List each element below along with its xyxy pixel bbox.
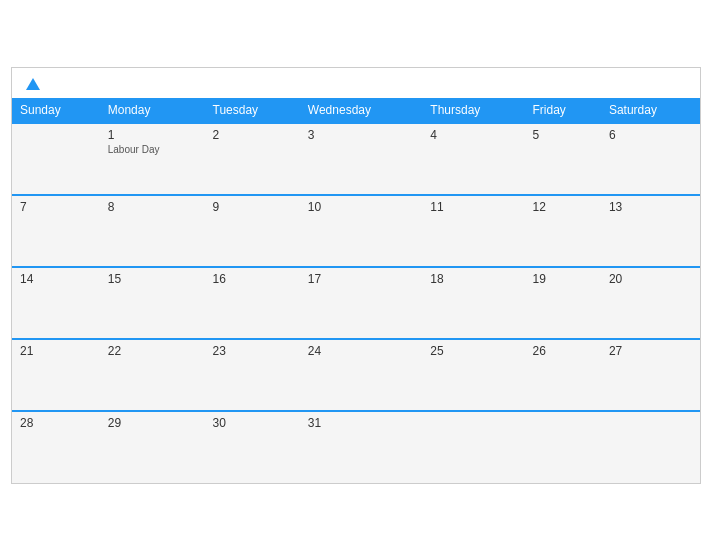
weekday-header-friday: Friday <box>525 98 601 123</box>
day-number: 3 <box>308 128 415 142</box>
day-number: 15 <box>108 272 197 286</box>
calendar-header <box>12 68 700 98</box>
day-cell: 19 <box>525 267 601 339</box>
day-number: 8 <box>108 200 197 214</box>
day-number: 9 <box>213 200 292 214</box>
day-number: 5 <box>533 128 593 142</box>
day-number: 16 <box>213 272 292 286</box>
day-cell: 7 <box>12 195 100 267</box>
day-number: 25 <box>430 344 516 358</box>
week-row-4: 21222324252627 <box>12 339 700 411</box>
day-number: 27 <box>609 344 692 358</box>
day-cell: 9 <box>205 195 300 267</box>
day-cell: 4 <box>422 123 524 195</box>
day-cell: 29 <box>100 411 205 483</box>
day-cell: 3 <box>300 123 423 195</box>
day-number: 30 <box>213 416 292 430</box>
day-cell: 27 <box>601 339 700 411</box>
week-row-1: 1Labour Day23456 <box>12 123 700 195</box>
calendar-table: SundayMondayTuesdayWednesdayThursdayFrid… <box>12 98 700 483</box>
day-cell: 31 <box>300 411 423 483</box>
day-number: 22 <box>108 344 197 358</box>
day-cell <box>601 411 700 483</box>
day-cell: 23 <box>205 339 300 411</box>
day-cell: 8 <box>100 195 205 267</box>
day-number: 10 <box>308 200 415 214</box>
day-cell: 1Labour Day <box>100 123 205 195</box>
day-cell <box>525 411 601 483</box>
day-number: 26 <box>533 344 593 358</box>
day-number: 2 <box>213 128 292 142</box>
day-cell: 30 <box>205 411 300 483</box>
weekday-header-wednesday: Wednesday <box>300 98 423 123</box>
week-row-3: 14151617181920 <box>12 267 700 339</box>
day-cell: 10 <box>300 195 423 267</box>
day-number: 21 <box>20 344 92 358</box>
day-cell: 22 <box>100 339 205 411</box>
day-cell: 5 <box>525 123 601 195</box>
weekday-header-row: SundayMondayTuesdayWednesdayThursdayFrid… <box>12 98 700 123</box>
day-cell: 12 <box>525 195 601 267</box>
day-number: 28 <box>20 416 92 430</box>
day-number: 4 <box>430 128 516 142</box>
weekday-header-saturday: Saturday <box>601 98 700 123</box>
day-cell: 15 <box>100 267 205 339</box>
day-cell: 6 <box>601 123 700 195</box>
day-cell: 16 <box>205 267 300 339</box>
day-number: 20 <box>609 272 692 286</box>
day-cell: 26 <box>525 339 601 411</box>
holiday-label: Labour Day <box>108 144 197 155</box>
day-number: 7 <box>20 200 92 214</box>
day-number: 19 <box>533 272 593 286</box>
day-cell: 28 <box>12 411 100 483</box>
day-cell: 24 <box>300 339 423 411</box>
weekday-header-monday: Monday <box>100 98 205 123</box>
day-number: 11 <box>430 200 516 214</box>
day-number: 13 <box>609 200 692 214</box>
day-number: 6 <box>609 128 692 142</box>
day-cell: 20 <box>601 267 700 339</box>
weekday-header-sunday: Sunday <box>12 98 100 123</box>
weekday-header-thursday: Thursday <box>422 98 524 123</box>
calendar-container: SundayMondayTuesdayWednesdayThursdayFrid… <box>11 67 701 484</box>
day-number: 14 <box>20 272 92 286</box>
day-number: 23 <box>213 344 292 358</box>
day-number: 18 <box>430 272 516 286</box>
day-cell: 13 <box>601 195 700 267</box>
day-cell: 21 <box>12 339 100 411</box>
weekday-header-tuesday: Tuesday <box>205 98 300 123</box>
day-number: 17 <box>308 272 415 286</box>
day-cell: 25 <box>422 339 524 411</box>
day-cell: 14 <box>12 267 100 339</box>
day-cell: 17 <box>300 267 423 339</box>
day-number: 31 <box>308 416 415 430</box>
week-row-5: 28293031 <box>12 411 700 483</box>
day-cell: 2 <box>205 123 300 195</box>
day-number: 1 <box>108 128 197 142</box>
day-cell <box>12 123 100 195</box>
day-cell: 18 <box>422 267 524 339</box>
day-cell <box>422 411 524 483</box>
logo <box>22 78 40 90</box>
day-number: 12 <box>533 200 593 214</box>
day-number: 24 <box>308 344 415 358</box>
day-cell: 11 <box>422 195 524 267</box>
day-number: 29 <box>108 416 197 430</box>
week-row-2: 78910111213 <box>12 195 700 267</box>
